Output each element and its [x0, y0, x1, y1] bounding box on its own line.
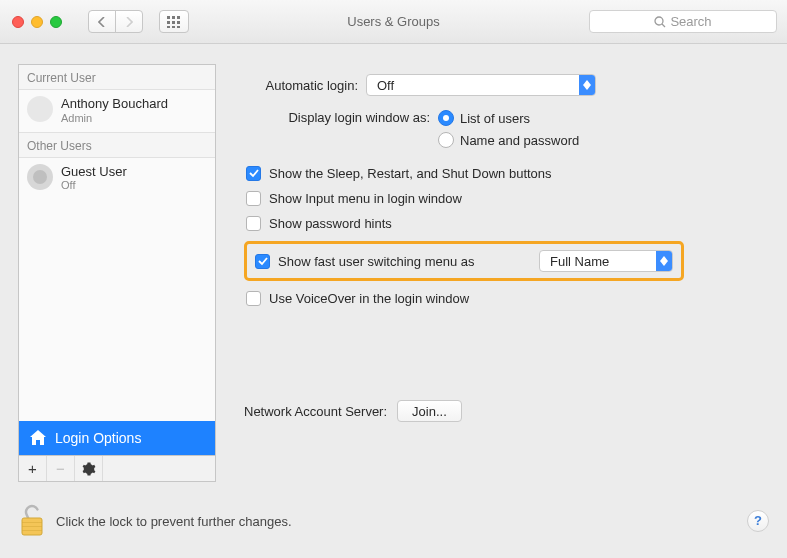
network-server-label: Network Account Server: — [244, 404, 387, 419]
search-placeholder: Search — [670, 14, 711, 29]
checkbox-icon — [246, 291, 261, 306]
cb-sleep-restart[interactable]: Show the Sleep, Restart, and Shut Down b… — [244, 166, 755, 181]
automatic-login-select[interactable]: Off — [366, 74, 596, 96]
radio-icon — [438, 132, 454, 148]
lock-text: Click the lock to prevent further change… — [56, 514, 292, 529]
fast-user-switch-select[interactable]: Full Name — [539, 250, 673, 272]
checkbox-icon — [246, 166, 261, 181]
forward-button[interactable] — [115, 10, 143, 33]
titlebar: Users & Groups Search — [0, 0, 787, 44]
cb-label: Show fast user switching menu as — [278, 254, 475, 269]
svg-rect-7 — [172, 26, 175, 28]
user-role: Admin — [61, 112, 168, 124]
automatic-login-row: Automatic login: Off — [244, 74, 755, 96]
svg-rect-13 — [22, 526, 42, 527]
automatic-login-value: Off — [367, 78, 404, 93]
user-role: Off — [61, 179, 127, 191]
display-login-radiogroup: List of users Name and password — [438, 110, 579, 148]
svg-rect-4 — [172, 21, 175, 24]
sidebar-other-user[interactable]: Guest User Off — [19, 158, 215, 200]
search-icon — [654, 16, 666, 28]
radio-name-password[interactable]: Name and password — [438, 132, 579, 148]
login-options-label: Login Options — [55, 430, 141, 446]
cb-label: Show Input menu in login window — [269, 191, 462, 206]
join-button-label: Join... — [412, 404, 447, 419]
chevron-up-down-icon — [579, 75, 595, 95]
nav-back-forward — [88, 10, 143, 33]
help-button[interactable]: ? — [747, 510, 769, 532]
svg-rect-2 — [177, 16, 180, 19]
search-input[interactable]: Search — [589, 10, 777, 33]
user-name: Anthony Bouchard — [61, 96, 168, 112]
login-options-button[interactable]: Login Options — [19, 421, 215, 455]
avatar-icon — [27, 164, 53, 190]
sidebar-current-user[interactable]: Anthony Bouchard Admin — [19, 90, 215, 132]
window-traffic-lights — [12, 16, 62, 28]
footer: Click the lock to prevent further change… — [0, 492, 787, 542]
cb-label: Show the Sleep, Restart, and Shut Down b… — [269, 166, 552, 181]
prefs-body: Current User Anthony Bouchard Admin Othe… — [0, 44, 787, 492]
cb-input-menu[interactable]: Show Input menu in login window — [244, 191, 755, 206]
radio-label: Name and password — [460, 133, 579, 148]
join-button[interactable]: Join... — [397, 400, 462, 422]
checkbox-icon — [246, 191, 261, 206]
cb-label: Use VoiceOver in the login window — [269, 291, 469, 306]
svg-rect-5 — [177, 21, 180, 24]
svg-rect-12 — [22, 522, 42, 523]
back-button[interactable] — [88, 10, 116, 33]
display-login-label: Display login window as: — [244, 110, 438, 125]
checkbox-icon — [246, 216, 261, 231]
radio-icon — [438, 110, 454, 126]
radio-list-of-users[interactable]: List of users — [438, 110, 579, 126]
zoom-window-button[interactable] — [50, 16, 62, 28]
svg-point-9 — [655, 17, 663, 25]
svg-rect-3 — [167, 21, 170, 24]
fast-user-switch-value: Full Name — [540, 254, 619, 269]
chevron-up-down-icon — [656, 251, 672, 271]
gear-icon — [82, 462, 96, 476]
users-sidebar: Current User Anthony Bouchard Admin Othe… — [18, 64, 216, 482]
checkbox-icon[interactable] — [255, 254, 270, 269]
close-window-button[interactable] — [12, 16, 24, 28]
home-icon — [29, 430, 47, 446]
help-icon: ? — [754, 513, 762, 528]
user-name: Guest User — [61, 164, 127, 180]
avatar-icon — [27, 96, 53, 122]
automatic-login-label: Automatic login: — [244, 78, 366, 93]
add-user-button[interactable]: + — [19, 456, 47, 481]
highlighted-fast-user-switching: Show fast user switching menu as Full Na… — [244, 241, 684, 281]
minimize-window-button[interactable] — [31, 16, 43, 28]
cb-voiceover[interactable]: Use VoiceOver in the login window — [244, 291, 755, 306]
svg-rect-1 — [172, 16, 175, 19]
svg-rect-14 — [22, 530, 42, 531]
svg-rect-6 — [167, 26, 170, 28]
svg-rect-8 — [177, 26, 180, 28]
cb-password-hints[interactable]: Show password hints — [244, 216, 755, 231]
network-server-row: Network Account Server: Join... — [244, 400, 755, 422]
sidebar-header-other: Other Users — [19, 132, 215, 158]
login-options-pane: Automatic login: Off Display login windo… — [230, 64, 769, 482]
radio-label: List of users — [460, 111, 530, 126]
show-all-prefs-button[interactable] — [159, 10, 189, 33]
display-login-row: Display login window as: List of users N… — [244, 110, 755, 148]
svg-line-10 — [662, 24, 665, 27]
user-action-menu[interactable] — [75, 456, 103, 481]
lock-icon[interactable] — [18, 504, 46, 538]
remove-user-button[interactable]: − — [47, 456, 75, 481]
svg-rect-0 — [167, 16, 170, 19]
sidebar-header-current: Current User — [19, 65, 215, 90]
sidebar-toolbar: + − — [19, 455, 215, 481]
cb-label: Show password hints — [269, 216, 392, 231]
